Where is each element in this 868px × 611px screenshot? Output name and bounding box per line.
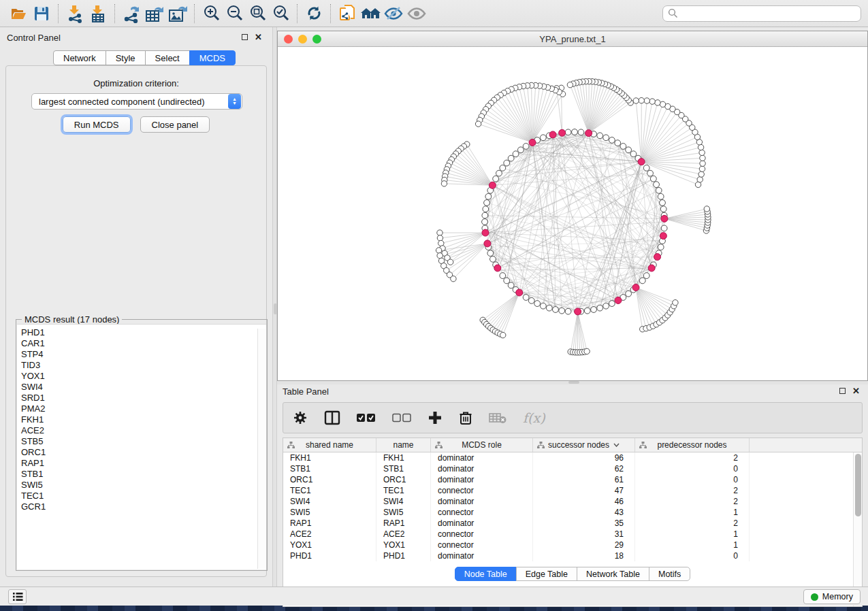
graph-node[interactable] [447, 259, 453, 265]
mcds-hub-node[interactable] [484, 240, 491, 247]
table-row[interactable]: TEC1TEC1connector472 [283, 485, 862, 496]
graph-node[interactable] [493, 176, 499, 182]
table-scrollbar[interactable] [853, 452, 862, 606]
graph-node[interactable] [649, 99, 655, 104]
table-cell[interactable]: 0 [635, 550, 750, 561]
graph-node[interactable] [603, 135, 609, 141]
mcds-result-item[interactable]: RAP1 [21, 458, 266, 469]
table-cell[interactable]: dominator [431, 550, 533, 561]
table-cell[interactable]: 2 [635, 452, 750, 463]
table-cell[interactable]: dominator [431, 452, 533, 463]
zoom-in-icon[interactable] [199, 3, 223, 24]
column-header-MCDS-role[interactable]: MCDS role [431, 438, 533, 452]
graph-node[interactable] [658, 244, 664, 250]
table-cell[interactable]: 2 [635, 518, 750, 529]
table-cell[interactable]: SWI4 [283, 496, 376, 507]
mcds-result-item[interactable]: STP4 [21, 349, 266, 360]
clone-network-icon[interactable] [336, 3, 359, 24]
open-file-icon[interactable] [7, 3, 30, 24]
mcds-hub-node[interactable] [615, 297, 622, 303]
mcds-result-item[interactable]: SRD1 [21, 393, 266, 403]
mcds-result-item[interactable]: STB1 [21, 469, 266, 480]
table-cell[interactable]: connector [431, 529, 533, 540]
add-column-icon[interactable] [428, 410, 443, 425]
export-table-icon[interactable] [143, 3, 166, 24]
table-row[interactable]: FKH1FKH1dominator962 [283, 452, 862, 463]
graph-node[interactable] [567, 82, 573, 87]
table-cell[interactable]: dominator [431, 463, 533, 474]
table-cell[interactable]: FKH1 [283, 452, 376, 463]
mcds-result-item[interactable]: ACE2 [21, 425, 266, 436]
table-cell[interactable]: 62 [533, 463, 635, 474]
table-cell[interactable]: 61 [533, 474, 635, 485]
task-history-button[interactable] [8, 589, 27, 604]
mcds-result-item[interactable]: FKH1 [21, 414, 266, 425]
table-cell[interactable]: 35 [533, 518, 635, 529]
graph-node[interactable] [578, 129, 584, 135]
table-row[interactable]: PHD1PHD1dominator180 [283, 550, 862, 561]
table-cell[interactable]: 96 [533, 452, 635, 463]
table-cell[interactable]: dominator [431, 474, 533, 485]
refresh-icon[interactable] [302, 3, 325, 24]
graph-node[interactable] [482, 219, 488, 225]
graph-node[interactable] [500, 332, 506, 337]
table-cell[interactable]: SWI5 [376, 507, 431, 518]
mcds-hub-node[interactable] [638, 159, 645, 165]
graph-node[interactable] [517, 147, 524, 153]
graph-node[interactable] [639, 97, 644, 103]
import-network-icon[interactable] [63, 3, 86, 24]
graph-node[interactable] [647, 170, 654, 176]
table-row[interactable]: ACE2ACE2connector311 [283, 529, 862, 540]
table-row[interactable]: STB1STB1dominator620 [283, 463, 862, 474]
mcds-result-item[interactable]: ORC1 [21, 447, 266, 458]
split-table-icon[interactable] [324, 410, 340, 425]
table-cell[interactable]: dominator [431, 496, 533, 507]
search-input[interactable] [678, 9, 856, 18]
table-cell[interactable]: 29 [533, 540, 635, 550]
mcds-hub-node[interactable] [654, 254, 661, 261]
graph-node[interactable] [504, 278, 510, 284]
graph-node[interactable] [609, 137, 615, 144]
graph-node[interactable] [655, 100, 660, 105]
tab-network[interactable]: Network [53, 50, 106, 65]
graph-node[interactable] [437, 230, 443, 235]
graph-node[interactable] [639, 278, 645, 284]
delete-column-trash-icon[interactable] [459, 410, 472, 425]
table-cell[interactable]: 0 [635, 474, 750, 485]
table-cell[interactable]: 2 [635, 496, 750, 507]
mcds-result-item[interactable]: TEC1 [21, 491, 266, 501]
table-cell[interactable]: 1 [635, 540, 750, 550]
graph-node[interactable] [591, 307, 597, 313]
optimization-criterion-select[interactable]: largest connected component (undirected)… [31, 93, 242, 110]
zoom-selected-icon[interactable] [269, 3, 292, 24]
graph-node[interactable] [697, 177, 703, 182]
mcds-hub-node[interactable] [585, 130, 592, 137]
table-cell[interactable]: ACE2 [376, 529, 431, 540]
mcds-hub-node[interactable] [549, 131, 556, 138]
table-cell[interactable]: connector [431, 485, 533, 496]
graph-node[interactable] [559, 308, 565, 314]
graph-node[interactable] [508, 155, 514, 161]
table-cell[interactable]: PHD1 [376, 550, 431, 561]
mcds-hub-node[interactable] [575, 308, 581, 315]
tab-mcds[interactable]: MCDS [189, 50, 236, 65]
graph-node[interactable] [483, 206, 489, 212]
graph-node[interactable] [643, 273, 649, 279]
table-cell[interactable]: ORC1 [376, 474, 431, 485]
table-cell[interactable]: connector [431, 540, 533, 550]
graph-node[interactable] [540, 303, 546, 309]
graph-node[interactable] [626, 147, 632, 153]
graph-node[interactable] [661, 225, 667, 231]
mcds-hub-node[interactable] [661, 215, 668, 222]
table-row[interactable]: ORC1ORC1dominator610 [283, 474, 862, 485]
graph-node[interactable] [485, 193, 492, 199]
mcds-result-item[interactable]: TID3 [21, 360, 266, 371]
graph-node[interactable] [699, 166, 705, 171]
graph-node[interactable] [436, 248, 441, 253]
network-graph[interactable] [278, 47, 867, 380]
tab-motifs[interactable]: Motifs [649, 567, 690, 581]
graph-node[interactable] [609, 301, 615, 307]
save-session-icon[interactable] [30, 3, 53, 24]
network-search-box[interactable] [662, 5, 861, 22]
graph-node[interactable] [572, 129, 578, 135]
